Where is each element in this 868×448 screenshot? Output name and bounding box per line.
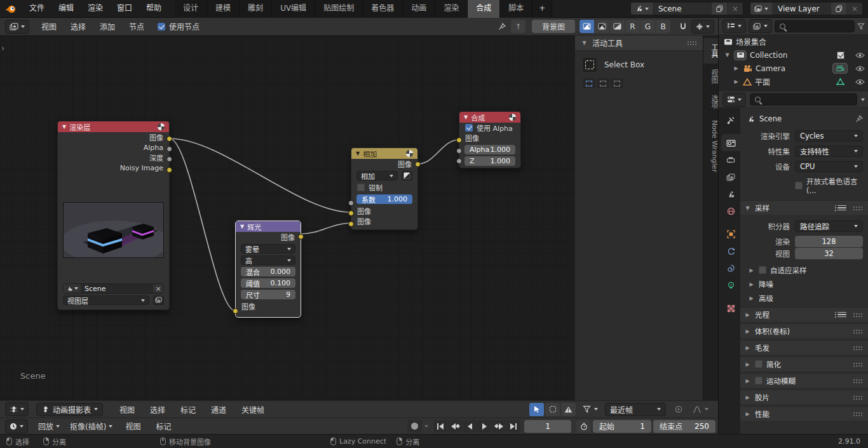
- only-selected-icon[interactable]: [529, 403, 544, 416]
- menu-file[interactable]: 文件: [22, 0, 51, 17]
- collapse-arrow-icon[interactable]: ▼: [356, 151, 360, 156]
- tab-view-layer[interactable]: [721, 168, 740, 186]
- play-button[interactable]: [477, 420, 491, 433]
- new-view-layer-button[interactable]: [831, 3, 846, 15]
- panel-grip-icon[interactable]: [687, 41, 697, 45]
- frame-end-field[interactable]: 结束点250: [653, 420, 715, 433]
- scene-name[interactable]: Scene: [653, 3, 711, 15]
- display-mode-dropdown[interactable]: [749, 19, 772, 33]
- socket-depth-out[interactable]: [166, 156, 172, 162]
- subpanel-adaptive-sampling[interactable]: ▶ 自适应采样: [743, 263, 863, 277]
- scene-id-selector[interactable]: Scene ×: [63, 283, 164, 294]
- alpha-icon[interactable]: [610, 20, 625, 33]
- previous-keyframe-button[interactable]: [448, 420, 462, 433]
- panel-grip-icon[interactable]: [853, 412, 863, 416]
- outliner-row-collection[interactable]: ▼ Collection: [719, 48, 868, 62]
- menu-edit[interactable]: 编辑: [51, 0, 81, 17]
- tab-sculpting[interactable]: 雕刻: [240, 0, 272, 18]
- use-nodes-checkbox[interactable]: 使用节点: [158, 21, 200, 32]
- parent-node-icon[interactable]: ↑: [511, 20, 526, 33]
- view-layer-icon[interactable]: [750, 3, 772, 15]
- menu-view[interactable]: 视图: [112, 404, 142, 415]
- channel-g-toggle[interactable]: G: [641, 20, 655, 33]
- tab-output[interactable]: [721, 151, 740, 168]
- factor-slider[interactable]: 系数1.000: [356, 194, 412, 204]
- collapse-arrow-icon[interactable]: ▼: [464, 114, 468, 120]
- render-engine-select[interactable]: Cycles: [795, 130, 863, 142]
- socket-image-in[interactable]: [233, 308, 238, 314]
- socket-alpha-out[interactable]: [166, 146, 172, 152]
- mesh-data-icon[interactable]: [836, 78, 844, 85]
- panel-grip-icon[interactable]: [853, 379, 863, 383]
- presets-icon[interactable]: [837, 312, 846, 318]
- filter-icon[interactable]: [857, 23, 865, 30]
- panel-film[interactable]: ▶ 胶片: [740, 390, 868, 404]
- expand-arrow-icon[interactable]: ▶: [733, 65, 740, 71]
- collection-checkbox[interactable]: [837, 51, 844, 59]
- active-tool-panel-header[interactable]: ▼ 活动工具: [575, 36, 703, 51]
- menu-help[interactable]: 帮助: [139, 0, 168, 17]
- tab-physics[interactable]: [721, 260, 740, 277]
- panel-hair[interactable]: ▶ 毛发: [740, 340, 868, 355]
- panel-light-paths[interactable]: ▶ 光程: [740, 307, 868, 322]
- checkbox-icon[interactable]: [755, 360, 763, 368]
- filter-dropdown[interactable]: [578, 403, 602, 416]
- next-keyframe-button[interactable]: [492, 420, 506, 433]
- panel-grip-icon[interactable]: [853, 346, 863, 350]
- select-mode-extend[interactable]: [597, 78, 609, 88]
- sidebar-tab-tool[interactable]: 工具: [703, 38, 718, 64]
- collapse-arrow-icon[interactable]: ▼: [240, 224, 244, 229]
- use-preview-range-button[interactable]: [576, 420, 591, 433]
- node-render-layers[interactable]: ▼ 渲染层 图像 Alpha 深度 Noisy Image: [57, 121, 170, 310]
- clamp-checkbox[interactable]: 钳制: [351, 182, 417, 193]
- tab-compositing[interactable]: 合成: [468, 0, 500, 18]
- eye-icon[interactable]: [855, 52, 865, 58]
- pin-icon[interactable]: [855, 115, 863, 123]
- socket-image-out[interactable]: [298, 234, 304, 240]
- use-alpha-checkbox[interactable]: 使用 Alpha: [459, 123, 520, 133]
- sidebar-tab-view[interactable]: 视图: [703, 64, 718, 89]
- subpanel-advanced[interactable]: ▶ 高级: [743, 291, 863, 305]
- panel-volumes[interactable]: ▶ 体积(卷标): [740, 323, 868, 338]
- proportional-editing-icon[interactable]: [671, 403, 686, 416]
- feature-set-select[interactable]: 支持特性: [795, 146, 863, 157]
- tab-uv-editing[interactable]: UV编辑: [272, 0, 315, 18]
- socket-image-out[interactable]: [166, 136, 172, 142]
- tab-shading[interactable]: 着色器: [363, 0, 403, 18]
- node-composite[interactable]: ▼ 合成 使用 Alpha 图像 Alpha1.000 Z1.000: [459, 111, 521, 168]
- unlink-icon[interactable]: ×: [153, 284, 163, 293]
- menu-window[interactable]: 窗口: [110, 0, 139, 17]
- outliner-row-camera[interactable]: ▶ Camera: [719, 62, 868, 75]
- node-header[interactable]: ▼ 渲染层: [58, 121, 169, 132]
- tab-constraints[interactable]: [721, 243, 740, 260]
- unlink-scene-button[interactable]: ×: [727, 3, 743, 15]
- add-workspace-button[interactable]: +: [532, 0, 552, 18]
- snap-magnet-icon[interactable]: [675, 20, 690, 33]
- outliner-search[interactable]: [775, 20, 855, 32]
- menu-key[interactable]: 关键帧: [234, 404, 272, 415]
- panel-performance[interactable]: ▶ 性能: [740, 406, 868, 421]
- snap-frame-dropdown[interactable]: 最近帧: [605, 403, 666, 416]
- tab-modeling[interactable]: 建模: [207, 0, 240, 18]
- chevron-down-icon[interactable]: [424, 425, 428, 428]
- auto-keying-record-button[interactable]: [407, 420, 422, 433]
- socket-image1-in[interactable]: [348, 210, 354, 216]
- editor-type-button[interactable]: [722, 19, 746, 33]
- menu-marker[interactable]: 标记: [148, 421, 179, 431]
- color-alpha-icon[interactable]: [580, 20, 594, 33]
- tab-texture[interactable]: [721, 300, 740, 317]
- chevron-down-icon[interactable]: [861, 98, 865, 101]
- checkbox-icon[interactable]: [759, 266, 766, 274]
- socket-noisy-image-out[interactable]: [166, 167, 172, 173]
- snap-settings-dropdown[interactable]: [691, 20, 714, 34]
- editor-type-button[interactable]: [5, 419, 28, 433]
- dope-sheet-mode-dropdown[interactable]: 动画摄影表: [36, 403, 103, 416]
- panel-grip-icon[interactable]: [853, 313, 863, 317]
- menu-add[interactable]: 添加: [93, 21, 122, 32]
- alpha-field[interactable]: Alpha1.000: [465, 145, 515, 154]
- node-header[interactable]: ▼ 相加: [351, 148, 417, 159]
- menu-select[interactable]: 选择: [142, 404, 173, 415]
- node-header[interactable]: ▼ 合成: [459, 112, 520, 123]
- select-mode-subtract[interactable]: [611, 78, 623, 88]
- glare-type-select[interactable]: 雾晕: [241, 244, 295, 254]
